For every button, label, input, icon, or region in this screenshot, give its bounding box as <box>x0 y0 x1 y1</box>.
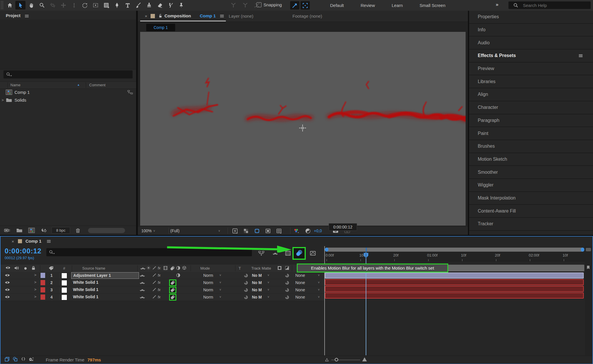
parent-pickwhip-icon[interactable] <box>285 295 289 299</box>
snapping-toggle[interactable]: Snapping <box>257 2 282 7</box>
matte-pickwhip-icon[interactable] <box>244 281 248 285</box>
sidebar-panel-tab[interactable]: Motion Sketch <box>469 153 593 166</box>
expand-layer-switches-icon[interactable] <box>5 357 10 362</box>
new-composition-icon[interactable] <box>27 227 36 234</box>
column-track-matte[interactable]: Track Matte <box>251 266 271 270</box>
column-source-name[interactable]: Source Name <box>82 266 105 270</box>
expand-inout-columns-icon[interactable] <box>21 357 26 361</box>
shy-switch[interactable] <box>140 288 145 292</box>
navigator-start-handle[interactable] <box>325 248 328 252</box>
project-horizontal-scrollbar[interactable] <box>88 228 125 233</box>
column-name[interactable]: Name <box>10 83 21 87</box>
quality-switch[interactable] <box>152 280 156 284</box>
hand-tool[interactable] <box>26 1 36 10</box>
vertical-scroll-thumb[interactable] <box>586 248 591 251</box>
adjustment-layer-switch[interactable] <box>176 273 180 277</box>
sidebar-panel-tab[interactable]: Align <box>469 88 593 101</box>
resolution-dropdown[interactable]: (Full)˅ <box>170 228 220 233</box>
threed-column-icon[interactable] <box>182 266 186 270</box>
rectangle-tool[interactable] <box>101 1 111 10</box>
parent-pickwhip-icon[interactable] <box>285 273 289 278</box>
layer-label-color[interactable] <box>41 287 45 292</box>
frame-blend-column-icon[interactable] <box>163 266 168 270</box>
workspace-tab[interactable]: Small Screen <box>420 3 445 8</box>
layer-visibility-toggle[interactable] <box>5 295 10 299</box>
column-comment[interactable]: Comment <box>89 83 105 87</box>
project-item-row[interactable]: > Solids <box>0 96 136 104</box>
current-time-display[interactable]: 0:00:00:12 <box>5 247 41 255</box>
video-column-icon[interactable] <box>5 266 11 270</box>
blend-mode-dropdown[interactable]: Norm <box>203 288 213 292</box>
snap-to-grid[interactable] <box>301 1 310 10</box>
layer-visibility-toggle[interactable] <box>5 288 10 292</box>
zoom-slider-handle[interactable] <box>335 358 338 361</box>
clone-stamp-tool[interactable] <box>144 1 154 10</box>
workspace-tab[interactable]: Learn <box>392 3 403 8</box>
adjustment-column-icon[interactable] <box>176 266 180 270</box>
layer-expand-chevron[interactable]: > <box>34 273 36 277</box>
motion-blur-switch[interactable] <box>170 280 175 285</box>
project-search-input[interactable] <box>13 72 124 77</box>
matte-pickwhip-icon[interactable] <box>244 288 248 292</box>
item-name[interactable]: Comp 1 <box>14 90 30 95</box>
alpha-matte-icon[interactable] <box>277 266 282 270</box>
motion-blur-switch[interactable] <box>170 288 175 292</box>
sidebar-panel-tab[interactable]: Wiggler <box>469 179 593 192</box>
channel-select-icon[interactable] <box>292 227 301 234</box>
sidebar-panel-tab[interactable]: Paragraph <box>469 114 593 127</box>
new-folder-icon[interactable] <box>15 227 24 234</box>
timeline-tab-name[interactable]: Comp 1 <box>25 239 41 244</box>
pen-tool[interactable] <box>112 1 122 10</box>
magnification-dropdown[interactable]: 100%˅ <box>141 228 155 233</box>
layer-duration-bar[interactable] <box>325 272 584 279</box>
label-column-icon[interactable] <box>49 266 54 270</box>
sidebar-panel-tab[interactable]: Paint <box>469 127 593 140</box>
exposure-icon[interactable] <box>303 227 312 234</box>
quality-switch[interactable] <box>152 288 156 292</box>
matte-pickwhip-icon[interactable] <box>244 273 248 278</box>
track-matte-dropdown[interactable]: No M <box>252 295 262 299</box>
navigator-end-handle[interactable] <box>581 248 584 252</box>
matte-pickwhip-icon[interactable] <box>244 295 248 299</box>
time-navigator-bar[interactable] <box>325 248 584 252</box>
layer-expand-chevron[interactable]: > <box>34 295 36 299</box>
solo-column-icon[interactable] <box>24 267 27 270</box>
folder-expand-chevron[interactable]: > <box>0 98 5 102</box>
snap-to-feature[interactable] <box>290 1 299 10</box>
roto-brush-tool[interactable] <box>165 1 175 10</box>
layer-row[interactable]: > 4 White Solid 1 fx Norm ˅ No M ˅ <box>1 294 324 301</box>
layer-source-name[interactable]: Adjustment Layer 1 <box>71 272 139 279</box>
sidebar-panel-tab[interactable]: Effects & Presets <box>469 50 593 63</box>
workspace-overflow-chevron[interactable]: » <box>496 2 498 8</box>
track-matte-dropdown[interactable]: No M <box>252 288 262 292</box>
fast-preview-icon[interactable] <box>230 227 239 234</box>
interpret-footage-icon[interactable] <box>3 227 12 234</box>
region-of-interest-icon[interactable] <box>263 227 272 234</box>
toolbar-grip[interactable] <box>1 1 3 9</box>
audio-column-icon[interactable] <box>14 266 19 270</box>
sidebar-panel-tab[interactable]: Audio <box>469 36 593 50</box>
puppet-pin-tool[interactable] <box>176 1 186 10</box>
layer-duration-bar[interactable] <box>325 279 584 285</box>
delete-item-icon[interactable] <box>74 227 82 234</box>
layer-duration-bar[interactable] <box>325 286 584 292</box>
tab-footage[interactable]: Footage (none) <box>292 14 322 19</box>
motion-blur-column-icon[interactable] <box>170 266 175 271</box>
type-tool[interactable] <box>122 1 133 10</box>
parent-dropdown[interactable]: None <box>295 288 305 292</box>
track-matte-dropdown[interactable]: No M <box>252 273 262 278</box>
project-panel-title[interactable]: Project <box>6 13 21 18</box>
viewer-menu-icon[interactable] <box>219 14 224 19</box>
fx-switch[interactable]: fx <box>158 273 163 277</box>
expand-transfer-controls-icon[interactable] <box>13 357 18 362</box>
workspace-tab[interactable]: Default <box>330 3 344 8</box>
blend-mode-dropdown[interactable]: Norm <box>203 273 213 278</box>
blend-mode-dropdown[interactable]: Norm <box>203 280 213 285</box>
orbit-camera-tool[interactable] <box>47 1 58 10</box>
sidebar-panel-tab[interactable]: Brushes <box>469 140 593 153</box>
graph-editor-icon[interactable] <box>308 248 318 258</box>
zoom-tool[interactable] <box>37 1 47 10</box>
blend-mode-dropdown[interactable]: Norm <box>203 295 213 299</box>
viewer-timecode[interactable]: 0:00:00:12 <box>329 223 357 231</box>
close-tab-icon[interactable]: × <box>145 14 147 19</box>
